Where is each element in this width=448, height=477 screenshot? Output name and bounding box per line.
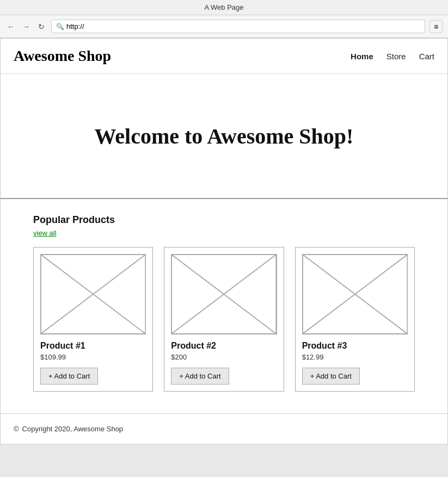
product-card-1: Product #1 $109.99 + Add to Cart [33, 247, 153, 392]
site-logo: Awesome Shop [14, 47, 111, 65]
site-nav: Home Store Cart [351, 52, 434, 61]
product-price-2: $200 [171, 353, 277, 361]
product-name-2: Product #2 [171, 341, 277, 351]
product-card-3: Product #3 $12.99 + Add to Cart [295, 247, 415, 392]
footer-text: Copyright 2020, Awesome Shop [22, 425, 124, 433]
view-all-link[interactable]: view all [33, 229, 57, 237]
nav-cart[interactable]: Cart [419, 52, 434, 61]
product-name-1: Product #1 [40, 341, 146, 351]
copyright-icon: © [14, 425, 19, 433]
website-content: Awesome Shop Home Store Cart Welcome to … [0, 38, 448, 444]
products-section: Popular Products view all Product #1 $10… [1, 199, 447, 414]
add-to-cart-button-3[interactable]: + Add to Cart [302, 368, 360, 385]
products-grid: Product #1 $109.99 + Add to Cart Product… [33, 247, 415, 392]
address-bar: 🔍 [51, 20, 425, 33]
browser-toolbar: ← → ↻ 🔍 ≡ [0, 15, 448, 38]
back-button[interactable]: ← [5, 21, 16, 32]
products-title: Popular Products [33, 214, 415, 226]
browser-title: A Web Page [204, 3, 243, 11]
hero-heading: Welcome to Awesome Shop! [95, 123, 354, 149]
add-to-cart-button-2[interactable]: + Add to Cart [171, 368, 229, 385]
product-image-1 [40, 254, 146, 334]
url-input[interactable] [66, 22, 420, 30]
menu-button[interactable]: ≡ [429, 20, 443, 33]
nav-home[interactable]: Home [351, 52, 373, 61]
forward-button[interactable]: → [21, 21, 32, 32]
site-header: Awesome Shop Home Store Cart [1, 39, 447, 74]
product-name-3: Product #3 [302, 341, 408, 351]
product-image-3 [302, 254, 408, 334]
refresh-button[interactable]: ↻ [36, 21, 47, 32]
product-card-2: Product #2 $200 + Add to Cart [164, 247, 284, 392]
nav-store[interactable]: Store [386, 52, 406, 61]
product-price-3: $12.99 [302, 353, 408, 361]
add-to-cart-button-1[interactable]: + Add to Cart [40, 368, 98, 385]
search-icon: 🔍 [56, 23, 64, 30]
hero-section: Welcome to Awesome Shop! [1, 74, 447, 199]
product-image-2 [171, 254, 277, 334]
product-price-1: $109.99 [40, 353, 146, 361]
browser-title-bar: A Web Page [0, 0, 448, 15]
site-footer: © Copyright 2020, Awesome Shop [1, 414, 447, 444]
